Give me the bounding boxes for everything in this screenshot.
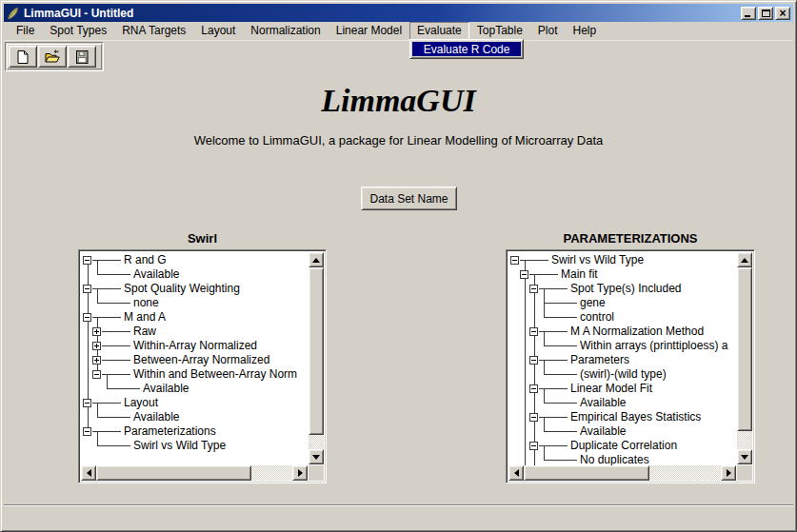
collapse-icon[interactable]: [83, 313, 91, 322]
tree-node-label[interactable]: Layout: [121, 396, 158, 410]
tree-row[interactable]: M A Normalization Method: [510, 325, 737, 339]
tree-row[interactable]: none: [83, 296, 309, 310]
tree-node-label[interactable]: Available: [577, 396, 626, 410]
tree-node-label[interactable]: M and A: [121, 310, 166, 325]
tree-row[interactable]: Available: [510, 424, 737, 439]
tree-row[interactable]: Spot Quality Weighting: [83, 282, 309, 296]
tree-node-label[interactable]: Available: [577, 424, 626, 439]
collapse-icon[interactable]: [529, 327, 538, 336]
tree-row[interactable]: Available: [83, 382, 309, 396]
scroll-up-button[interactable]: [309, 252, 324, 267]
vertical-scrollbar[interactable]: [309, 252, 324, 464]
collapse-icon[interactable]: [529, 356, 538, 365]
save-button[interactable]: [68, 46, 96, 68]
menu-item-layout[interactable]: Layout: [193, 22, 243, 40]
tree-row[interactable]: Duplicate Correlation: [510, 439, 737, 453]
horizontal-scrollbar[interactable]: [81, 465, 308, 481]
scroll-down-button[interactable]: [737, 449, 752, 464]
scrollbar-thumb[interactable]: [96, 465, 251, 481]
tree-row[interactable]: Within arrays (printtiploess) a: [510, 339, 737, 353]
tree-node-label[interactable]: Available: [130, 267, 179, 282]
open-file-button[interactable]: [38, 46, 67, 68]
tree-node-label[interactable]: Main fit: [558, 267, 598, 282]
collapse-icon[interactable]: [529, 285, 538, 293]
parameterizations-tree-view[interactable]: Swirl vs Wild TypeMain fitSpot Type(s) I…: [508, 252, 737, 465]
tree-node-label[interactable]: (swirl)-(wild type): [577, 367, 667, 382]
tree-node-label[interactable]: Available: [140, 382, 189, 396]
tree-node-label[interactable]: gene: [577, 296, 606, 310]
tree-row[interactable]: Available: [510, 396, 737, 410]
tree-node-label[interactable]: none: [130, 296, 159, 310]
maximize-button[interactable]: [758, 7, 773, 20]
tree-node-label[interactable]: Swirl vs Wild Type: [548, 253, 644, 267]
data-set-name-button[interactable]: Data Set Name: [361, 187, 457, 210]
collapse-icon[interactable]: [83, 285, 91, 293]
tree-row[interactable]: Parameterizations: [83, 424, 309, 439]
tree-row[interactable]: Raw: [83, 325, 309, 339]
expand-icon[interactable]: [92, 342, 101, 350]
tree-row[interactable]: Linear Model Fit: [510, 382, 737, 396]
scroll-left-button[interactable]: [81, 465, 96, 481]
scroll-up-button[interactable]: [737, 252, 752, 267]
menu-item-spot-types[interactable]: Spot Types: [42, 22, 114, 40]
title-bar[interactable]: LimmaGUI - Untitled ×: [4, 4, 793, 22]
collapse-icon[interactable]: [83, 256, 91, 265]
tree-row[interactable]: R and G: [83, 253, 309, 267]
tree-row[interactable]: No duplicates: [510, 453, 737, 465]
tree-node-label[interactable]: Spot Type(s) Included: [568, 282, 682, 296]
tree-row[interactable]: Available: [83, 410, 309, 424]
menu-item-plot[interactable]: Plot: [530, 22, 566, 40]
tree-row[interactable]: Empirical Bayes Statistics: [510, 410, 737, 424]
tree-node-label[interactable]: control: [577, 310, 614, 325]
collapse-icon[interactable]: [83, 427, 91, 436]
menu-item-file[interactable]: File: [9, 22, 42, 40]
dataset-tree-view[interactable]: R and GAvailableSpot Quality Weightingno…: [81, 252, 309, 465]
tree-row[interactable]: Swirl vs Wild Type: [83, 439, 309, 453]
tree-node-label[interactable]: Raw: [130, 325, 156, 339]
tree-row[interactable]: Main fit: [510, 267, 737, 282]
scrollbar-track[interactable]: [737, 267, 752, 449]
collapse-icon[interactable]: [529, 442, 538, 450]
tree-row[interactable]: Spot Type(s) Included: [510, 282, 737, 296]
tree-row[interactable]: Parameters: [510, 353, 737, 367]
collapse-icon[interactable]: [83, 399, 91, 407]
tree-node-label[interactable]: Parameterizations: [121, 424, 216, 439]
collapse-icon[interactable]: [520, 270, 528, 279]
menu-item-evaluate[interactable]: Evaluate Evaluate R Code: [409, 22, 469, 40]
tree-row[interactable]: Swirl vs Wild Type: [510, 253, 737, 267]
vertical-scrollbar[interactable]: [737, 252, 752, 464]
tree-row[interactable]: Within-Array Normalized: [83, 339, 309, 353]
scrollbar-track[interactable]: [309, 267, 324, 449]
tree-row[interactable]: Between-Array Normalized: [83, 353, 309, 367]
tree-node-label[interactable]: Between-Array Normalized: [130, 353, 269, 367]
expand-icon[interactable]: [92, 327, 101, 336]
scroll-right-button[interactable]: [292, 465, 308, 481]
menu-item-help[interactable]: Help: [566, 22, 605, 40]
tree-row[interactable]: control: [510, 310, 737, 325]
tree-node-label[interactable]: No duplicates: [577, 453, 649, 465]
scroll-left-button[interactable]: [508, 465, 524, 481]
tree-node-label[interactable]: Empirical Bayes Statistics: [568, 410, 701, 424]
tree-node-label[interactable]: M A Normalization Method: [568, 325, 704, 339]
collapse-icon[interactable]: [92, 370, 101, 379]
horizontal-scrollbar[interactable]: [508, 465, 736, 481]
tree-row[interactable]: Within and Between-Array Norm: [83, 367, 309, 382]
tree-node-label[interactable]: Within and Between-Array Norm: [130, 367, 297, 382]
tree-row[interactable]: Layout: [83, 396, 309, 410]
tree-node-label[interactable]: Duplicate Correlation: [568, 439, 677, 453]
tree-node-label[interactable]: Linear Model Fit: [568, 382, 652, 396]
tree-node-label[interactable]: Parameters: [568, 353, 629, 367]
scrollbar-track[interactable]: [96, 465, 292, 481]
tree-node-label[interactable]: Within-Array Normalized: [130, 339, 257, 353]
collapse-icon[interactable]: [529, 413, 538, 422]
tree-node-label[interactable]: Within arrays (printtiploess) a: [577, 339, 727, 353]
tree-node-label[interactable]: Available: [130, 410, 179, 424]
expand-icon[interactable]: [92, 356, 101, 365]
new-file-button[interactable]: [9, 46, 37, 68]
scrollbar-thumb[interactable]: [524, 465, 649, 481]
tree-row[interactable]: gene: [510, 296, 737, 310]
minimize-button[interactable]: [741, 7, 756, 20]
menu-item-linear-model[interactable]: Linear Model: [329, 22, 409, 40]
scroll-down-button[interactable]: [309, 449, 324, 464]
menu-item-toptable[interactable]: TopTable: [469, 22, 530, 40]
